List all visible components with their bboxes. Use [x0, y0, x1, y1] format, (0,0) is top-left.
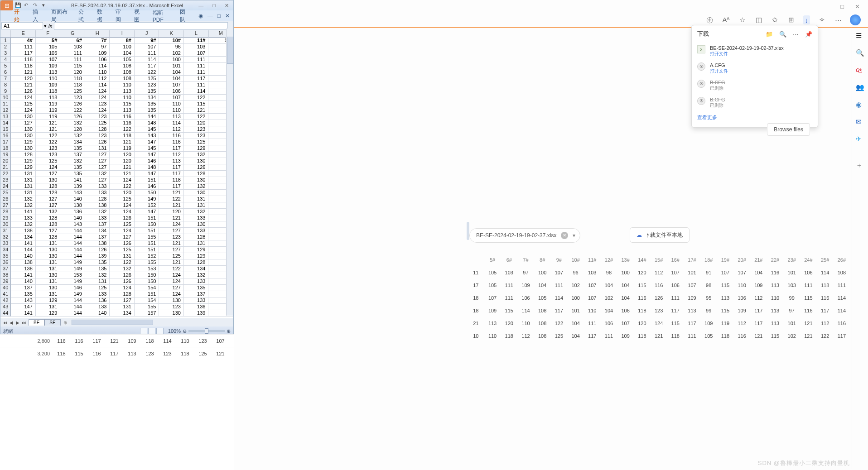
- cell[interactable]: 130: [184, 221, 209, 228]
- cell[interactable]: 110: [110, 82, 135, 88]
- zoom-slider[interactable]: [188, 330, 225, 332]
- row-header[interactable]: 42: [0, 297, 11, 304]
- cell[interactable]: 113: [159, 114, 184, 120]
- cell[interactable]: 129: [184, 253, 209, 259]
- sidebar-drop-icon[interactable]: ✈: [856, 135, 865, 144]
- row-header[interactable]: 30: [0, 221, 11, 228]
- cell[interactable]: 126: [85, 247, 110, 253]
- download-action[interactable]: 打开文件: [710, 68, 812, 74]
- cell[interactable]: 126: [60, 114, 85, 120]
- cell[interactable]: 132: [85, 272, 110, 278]
- cell[interactable]: 124: [159, 278, 184, 285]
- cell[interactable]: 137: [85, 221, 110, 228]
- cell[interactable]: 138: [11, 259, 36, 266]
- cell[interactable]: 131: [11, 177, 36, 183]
- browser-close-icon[interactable]: ✕: [855, 3, 860, 10]
- cell[interactable]: 127: [36, 228, 61, 234]
- cell[interactable]: 132: [85, 209, 110, 215]
- cell[interactable]: 140: [11, 278, 36, 285]
- cell[interactable]: 136: [60, 209, 85, 215]
- page-break-icon[interactable]: [156, 328, 164, 334]
- cell[interactable]: 121: [159, 240, 184, 247]
- cell[interactable]: 131: [184, 202, 209, 209]
- cell[interactable]: 126: [11, 88, 36, 95]
- cell[interactable]: 140: [85, 310, 110, 317]
- row-header[interactable]: 32: [0, 234, 11, 240]
- col-header[interactable]: F: [36, 30, 61, 38]
- cell[interactable]: 129: [184, 145, 209, 152]
- cell[interactable]: 124: [11, 95, 36, 101]
- cell[interactable]: 134: [60, 139, 85, 145]
- row-header[interactable]: 34: [0, 247, 11, 253]
- cell[interactable]: 114: [184, 88, 209, 95]
- row-header[interactable]: 22: [0, 171, 11, 177]
- cell[interactable]: 127: [36, 202, 61, 209]
- browser-minimize-icon[interactable]: —: [824, 3, 829, 10]
- cell[interactable]: 123: [36, 152, 61, 158]
- cell[interactable]: 137: [11, 285, 36, 291]
- cell[interactable]: 123: [159, 304, 184, 310]
- cell[interactable]: 143: [60, 221, 85, 228]
- cell[interactable]: 129: [184, 247, 209, 253]
- cell[interactable]: 123: [135, 82, 159, 88]
- cell[interactable]: 143: [11, 297, 36, 304]
- file-pill-chevron-icon[interactable]: ▾: [573, 232, 575, 239]
- cell[interactable]: 110: [159, 107, 184, 114]
- cell[interactable]: 125: [110, 196, 135, 202]
- row-header[interactable]: 27: [0, 202, 11, 209]
- cell[interactable]: 144: [60, 234, 85, 240]
- translate-icon[interactable]: ㊥: [705, 15, 714, 24]
- cell[interactable]: 124: [11, 107, 36, 114]
- cell[interactable]: 117: [159, 183, 184, 190]
- cell[interactable]: 127: [85, 177, 110, 183]
- cell[interactable]: 134: [110, 310, 135, 317]
- cell[interactable]: 115: [60, 63, 85, 69]
- cell[interactable]: 131: [11, 183, 36, 190]
- split-screen-icon[interactable]: ◫: [754, 15, 763, 24]
- cell[interactable]: 126: [110, 278, 135, 285]
- cell[interactable]: 155: [135, 259, 159, 266]
- cell[interactable]: 131: [36, 266, 61, 272]
- cell[interactable]: 114: [85, 63, 110, 69]
- cell[interactable]: 147: [135, 171, 159, 177]
- cell[interactable]: 123: [184, 133, 209, 139]
- cell[interactable]: 125: [159, 253, 184, 259]
- cell[interactable]: 132: [60, 120, 85, 126]
- cell[interactable]: 111: [60, 57, 85, 63]
- cell[interactable]: 141: [11, 209, 36, 215]
- cell[interactable]: 124: [110, 177, 135, 183]
- grid-body[interactable]: 14#5#6#7#8#9#10#11#122111105103971001079…: [0, 38, 233, 318]
- col-header[interactable]: K: [159, 30, 184, 38]
- cell[interactable]: 121: [159, 259, 184, 266]
- cell[interactable]: 125: [85, 285, 110, 291]
- cell[interactable]: 149: [60, 291, 85, 297]
- cell[interactable]: 143: [135, 133, 159, 139]
- cell[interactable]: 109: [85, 50, 110, 57]
- cell[interactable]: 133: [85, 190, 110, 196]
- cell[interactable]: 119: [36, 114, 61, 120]
- cell[interactable]: 121: [184, 107, 209, 114]
- cell[interactable]: 147: [135, 139, 159, 145]
- cell[interactable]: 133: [85, 183, 110, 190]
- cell[interactable]: 4#: [11, 38, 36, 44]
- cell[interactable]: 121: [11, 82, 36, 88]
- cell[interactable]: 132: [60, 158, 85, 164]
- col-header[interactable]: I: [110, 30, 135, 38]
- cell[interactable]: 104: [159, 76, 184, 82]
- page-layout-icon[interactable]: [148, 328, 155, 334]
- cell[interactable]: 127: [85, 164, 110, 171]
- cell[interactable]: 128: [36, 215, 61, 221]
- cell[interactable]: 118: [36, 95, 61, 101]
- cell[interactable]: 131: [184, 240, 209, 247]
- cell[interactable]: 130: [159, 310, 184, 317]
- cell[interactable]: 131: [36, 259, 61, 266]
- cell[interactable]: 116: [159, 139, 184, 145]
- cell[interactable]: 120: [159, 209, 184, 215]
- cell[interactable]: 123: [159, 234, 184, 240]
- cell[interactable]: 135: [184, 285, 209, 291]
- cell[interactable]: 144: [60, 228, 85, 234]
- cell[interactable]: 133: [85, 215, 110, 221]
- ribbon-close-icon[interactable]: ✕: [225, 13, 230, 19]
- cell[interactable]: 128: [85, 196, 110, 202]
- cell[interactable]: 124: [36, 164, 61, 171]
